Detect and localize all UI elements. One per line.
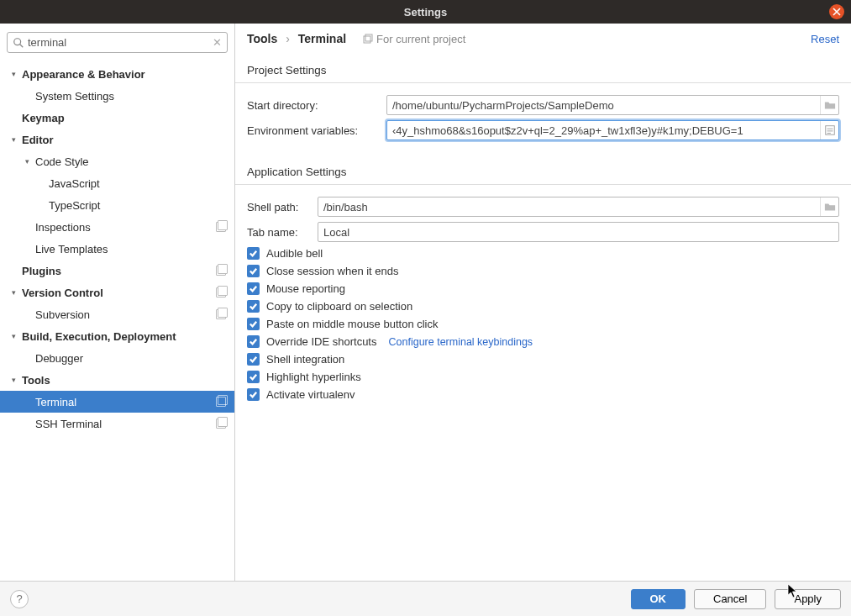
checkbox-label: Close session when it ends <box>266 265 399 277</box>
sidebar-item-label: Keymap <box>22 112 226 124</box>
sidebar-item-editor[interactable]: ▾Editor <box>0 129 234 150</box>
sidebar-item-label: Version Control <box>22 287 213 299</box>
sidebar-item-label: Plugins <box>22 265 213 277</box>
clear-search-icon[interactable]: ✕ <box>213 36 222 49</box>
checkbox-label: Highlight hyperlinks <box>266 371 361 383</box>
env-vars-field[interactable] <box>386 120 839 140</box>
stack-icon <box>363 34 373 44</box>
checkbox-close-session[interactable] <box>247 265 260 277</box>
ok-button[interactable]: OK <box>631 589 686 609</box>
chevron-down-icon: ▾ <box>8 332 18 340</box>
chevron-down-icon: ▾ <box>8 288 18 297</box>
breadcrumb-part-2: Terminal <box>298 32 346 45</box>
svg-point-0 <box>14 38 21 45</box>
sidebar-item-typescript[interactable]: TypeScript <box>0 194 234 216</box>
sidebar-item-inspections[interactable]: Inspections <box>0 216 234 238</box>
sidebar-item-ssh-terminal[interactable]: SSH Terminal <box>0 413 234 434</box>
sidebar-item-label: Editor <box>22 134 226 146</box>
project-scope-icon <box>216 419 226 429</box>
checkbox-copy-on-select[interactable] <box>247 300 260 313</box>
sidebar-item-keymap[interactable]: Keymap <box>0 107 234 129</box>
shell-path-input[interactable] <box>318 197 820 216</box>
checkbox-highlight-links[interactable] <box>247 371 260 383</box>
sidebar-item-subversion[interactable]: Subversion <box>0 303 234 325</box>
sidebar-item-label: Debugger <box>35 352 226 365</box>
sidebar-item-code-style[interactable]: ▾Code Style <box>0 150 234 172</box>
expand-list-icon[interactable] <box>820 121 838 140</box>
search-input[interactable] <box>28 36 209 49</box>
sidebar-item-label: Inspections <box>35 221 213 234</box>
titlebar: Settings <box>0 0 851 24</box>
chevron-down-icon: ▾ <box>8 135 18 144</box>
sidebar-item-tools[interactable]: ▾Tools <box>0 369 234 391</box>
search-icon <box>13 37 24 49</box>
browse-folder-icon[interactable] <box>820 96 838 114</box>
start-dir-field[interactable] <box>386 95 839 115</box>
sidebar: ✕ ▾Appearance & BehaviorSystem SettingsK… <box>0 24 235 581</box>
close-icon <box>833 8 841 16</box>
tab-name-field[interactable] <box>318 222 839 242</box>
search-box[interactable]: ✕ <box>7 32 228 53</box>
checkbox-label: Override IDE shortcuts <box>266 335 377 348</box>
configure-keybindings-link[interactable]: Configure terminal keybindings <box>389 336 533 348</box>
checkbox-override-ide[interactable] <box>247 335 260 348</box>
section-application-settings: Application Settings <box>235 161 851 185</box>
checkbox-mouse-reporting[interactable] <box>247 282 260 295</box>
dialog-footer: ? OK Cancel Apply <box>0 581 851 616</box>
checkbox-label: Copy to clipboard on selection <box>266 300 412 313</box>
env-vars-input[interactable] <box>387 121 820 140</box>
chevron-down-icon: ▾ <box>22 157 32 166</box>
sidebar-item-build-exec-deploy[interactable]: ▾Build, Execution, Deployment <box>0 325 234 347</box>
env-vars-label: Environment variables: <box>247 124 386 137</box>
tab-name-label: Tab name: <box>247 226 318 239</box>
option-copy-on-select: Copy to clipboard on selection <box>247 300 839 313</box>
option-override-ide: Override IDE shortcutsConfigure terminal… <box>247 335 839 348</box>
option-activate-venv: Activate virtualenv <box>247 388 839 401</box>
sidebar-item-system-settings[interactable]: System Settings <box>0 85 234 107</box>
sidebar-item-label: Subversion <box>35 308 213 321</box>
apply-button[interactable]: Apply <box>775 589 841 609</box>
checkbox-label: Activate virtualenv <box>266 388 355 401</box>
sidebar-item-label: Terminal <box>35 396 213 408</box>
project-scope-icon <box>216 397 226 407</box>
checkbox-audible-bell[interactable] <box>247 247 260 260</box>
sidebar-item-label: SSH Terminal <box>35 418 213 430</box>
sidebar-item-label: Tools <box>22 374 226 387</box>
sidebar-item-appearance-behavior[interactable]: ▾Appearance & Behavior <box>0 63 234 85</box>
option-mouse-reporting: Mouse reporting <box>247 282 839 295</box>
settings-tree: ▾Appearance & BehaviorSystem SettingsKey… <box>0 60 234 581</box>
checkbox-paste-middle[interactable] <box>247 318 260 330</box>
sidebar-item-debugger[interactable]: Debugger <box>0 347 234 369</box>
close-button[interactable] <box>829 4 844 19</box>
sidebar-item-version-control[interactable]: ▾Version Control <box>0 282 234 303</box>
checkbox-label: Shell integration <box>266 353 344 366</box>
start-dir-input[interactable] <box>387 96 820 114</box>
checkbox-activate-venv[interactable] <box>247 388 260 401</box>
tab-name-input[interactable] <box>318 223 838 241</box>
project-scope-icon <box>216 287 226 297</box>
sidebar-item-label: Live Templates <box>35 243 226 255</box>
cancel-button[interactable]: Cancel <box>694 589 766 609</box>
checkbox-label: Paste on middle mouse button click <box>266 318 439 330</box>
window-title: Settings <box>404 6 447 18</box>
checkbox-label: Audible bell <box>266 247 323 260</box>
chevron-down-icon: ▾ <box>8 376 18 384</box>
help-button[interactable]: ? <box>10 590 29 608</box>
browse-folder-icon[interactable] <box>820 197 838 216</box>
shell-path-field[interactable] <box>318 197 839 217</box>
svg-rect-2 <box>364 36 370 43</box>
sidebar-item-javascript[interactable]: JavaScript <box>0 172 234 194</box>
sidebar-item-live-templates[interactable]: Live Templates <box>0 238 234 260</box>
sidebar-item-terminal[interactable]: Terminal <box>0 391 234 413</box>
option-shell-integration: Shell integration <box>247 353 839 366</box>
sidebar-item-label: JavaScript <box>49 177 226 190</box>
checkbox-shell-integration[interactable] <box>247 353 260 366</box>
sidebar-item-label: Build, Execution, Deployment <box>22 330 226 343</box>
sidebar-item-label: Appearance & Behavior <box>22 68 226 81</box>
sidebar-item-label: TypeScript <box>49 199 226 212</box>
reset-link[interactable]: Reset <box>811 33 839 45</box>
option-highlight-links: Highlight hyperlinks <box>247 371 839 383</box>
project-scope-badge: For current project <box>363 33 465 45</box>
sidebar-item-label: Code Style <box>35 155 226 168</box>
sidebar-item-plugins[interactable]: Plugins <box>0 260 234 282</box>
